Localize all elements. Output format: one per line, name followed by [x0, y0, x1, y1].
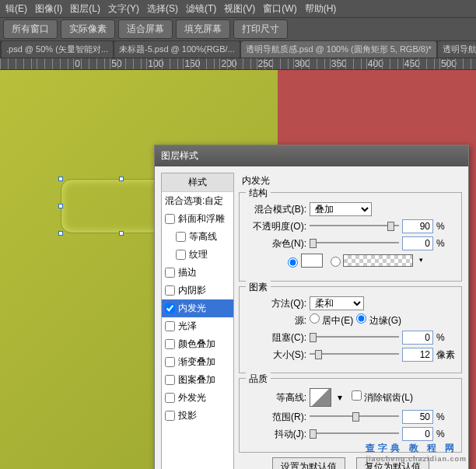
ruler-tick	[37, 58, 73, 69]
choke-slider[interactable]	[310, 332, 399, 343]
ruler-tick: 0	[73, 58, 110, 69]
menu-window[interactable]: 窗口(W)	[259, 2, 300, 16]
bevel-checkbox[interactable]	[165, 214, 175, 224]
range-input[interactable]	[402, 410, 433, 424]
src-edge-wrap[interactable]: 边缘(G)	[356, 313, 401, 327]
style-stroke[interactable]: 描边	[162, 264, 233, 282]
style-drop-shadow[interactable]: 投影	[162, 407, 233, 425]
noise-slider[interactable]	[310, 238, 399, 249]
menu-help[interactable]: 帮助(H)	[301, 2, 341, 16]
opacity-label: 不透明度(O):	[246, 220, 306, 233]
tab-doc-1[interactable]: 未标题-5.psd @ 100%(RGB/...	[114, 41, 240, 58]
opt-fill-screen[interactable]: 填充屏幕	[176, 19, 230, 39]
tab-doc-3[interactable]: 透明导航质...	[438, 41, 476, 58]
transform-handle[interactable]	[58, 231, 63, 236]
opacity-slider[interactable]	[310, 221, 399, 232]
style-outer-glow[interactable]: 外发光	[162, 389, 233, 407]
ruler-tick: 350	[330, 58, 366, 69]
style-contour[interactable]: 等高线	[162, 228, 233, 246]
style-satin[interactable]: 光泽	[162, 317, 233, 335]
style-bevel[interactable]: 斜面和浮雕	[162, 210, 233, 228]
opt-actual-pixels[interactable]: 实际像素	[61, 19, 115, 39]
src-edge-radio[interactable]	[356, 313, 366, 324]
ruler-horizontal: 0 50 100 150 200 250 300 350 400 450 500	[0, 58, 476, 70]
style-list: 样式 混合选项:自定 斜面和浮雕 等高线 纹理 描边 内阴影 内发光 光泽 颜色…	[161, 173, 234, 469]
texture-checkbox[interactable]	[176, 250, 186, 260]
size-label: 大小(S):	[246, 348, 306, 362]
menu-select[interactable]: 选择(S)	[143, 2, 182, 16]
ruler-tick: 450	[403, 58, 439, 69]
gradient-preview[interactable]	[343, 254, 413, 267]
make-default-button[interactable]: 设置为默认值	[272, 457, 345, 469]
opacity-input[interactable]	[402, 219, 433, 233]
pct-unit: %	[436, 221, 455, 232]
tab-doc-2[interactable]: 透明导航质感.psd @ 100% (圆角矩形 5, RGB/8)*	[241, 41, 436, 58]
menu-filter[interactable]: 滤镜(T)	[182, 2, 220, 16]
menu-layer[interactable]: 图层(L)	[66, 2, 104, 16]
transform-handle[interactable]	[119, 231, 124, 236]
inner-glow-checkbox[interactable]	[165, 303, 175, 313]
opt-all-windows[interactable]: 所有窗口	[3, 19, 58, 39]
src-center-wrap[interactable]: 居中(E)	[310, 313, 353, 327]
color-overlay-checkbox[interactable]	[165, 339, 175, 349]
pattern-overlay-checkbox[interactable]	[165, 375, 175, 385]
gradient-radio-wrap[interactable]	[331, 254, 413, 269]
satin-checkbox[interactable]	[165, 321, 175, 331]
blend-mode-select[interactable]: 叠加	[310, 202, 372, 216]
contour-checkbox[interactable]	[176, 232, 186, 242]
transform-handle[interactable]	[58, 204, 63, 208]
choke-input[interactable]	[402, 331, 433, 345]
style-gradient-overlay[interactable]: 渐变叠加	[162, 353, 233, 371]
px-unit: 像素	[436, 348, 455, 362]
noise-input[interactable]	[402, 236, 433, 250]
method-select[interactable]: 柔和	[310, 296, 364, 310]
style-texture[interactable]: 纹理	[162, 246, 233, 264]
range-slider[interactable]	[310, 411, 399, 422]
drop-shadow-checkbox[interactable]	[165, 411, 175, 421]
style-pattern-overlay[interactable]: 图案叠加	[162, 371, 233, 389]
transform-handle[interactable]	[119, 177, 124, 181]
outer-glow-checkbox[interactable]	[165, 393, 175, 403]
ruler-tick: 400	[366, 58, 403, 69]
pct-unit: %	[436, 429, 455, 439]
antialias-wrap[interactable]: 消除锯齿(L)	[352, 390, 413, 404]
style-list-header[interactable]: 样式	[162, 173, 233, 192]
dialog-title[interactable]: 图层样式	[155, 145, 468, 166]
style-color-overlay[interactable]: 颜色叠加	[162, 335, 233, 353]
color-swatch[interactable]	[301, 254, 323, 268]
ruler-tick: 500	[439, 58, 476, 69]
menu-edit[interactable]: 辑(E)	[2, 2, 31, 16]
structure-group: 结构 混合模式(B): 叠加 不透明度(O): % 杂色(N):	[239, 192, 462, 282]
ruler-tick: 50	[110, 58, 146, 69]
tab-doc-0[interactable]: .psd @ 50% (矢量智能对...	[2, 41, 113, 58]
choke-label: 阻塞(C):	[246, 331, 306, 345]
document-tabs: .psd @ 50% (矢量智能对... 未标题-5.psd @ 100%(RG…	[0, 40, 476, 58]
menu-type[interactable]: 文字(Y)	[104, 2, 143, 16]
style-inner-shadow[interactable]: 内阴影	[162, 282, 233, 299]
noise-label: 杂色(N):	[246, 237, 306, 250]
transform-handle[interactable]	[58, 177, 63, 181]
antialias-checkbox[interactable]	[352, 390, 362, 401]
gradient-radio[interactable]	[331, 257, 341, 267]
menu-view[interactable]: 视图(V)	[220, 2, 259, 16]
contour-picker[interactable]	[310, 388, 331, 407]
style-blend-options[interactable]: 混合选项:自定	[162, 192, 233, 210]
elements-legend: 图素	[246, 281, 271, 294]
inner-shadow-checkbox[interactable]	[165, 285, 175, 296]
contour-label: 等高线:	[246, 391, 306, 404]
method-label: 方法(Q):	[246, 297, 306, 310]
src-center-radio[interactable]	[310, 313, 320, 324]
size-slider[interactable]	[310, 349, 399, 360]
jitter-slider[interactable]	[310, 429, 399, 439]
ruler-tick: 250	[257, 58, 293, 69]
opt-print-size[interactable]: 打印尺寸	[233, 19, 288, 39]
stroke-checkbox[interactable]	[165, 268, 175, 278]
color-radio-wrap[interactable]	[288, 254, 322, 270]
watermark-sub: jiaocheng.chazidian.com	[366, 455, 467, 463]
size-input[interactable]	[402, 348, 433, 362]
opt-fit-screen[interactable]: 适合屏幕	[118, 19, 173, 39]
gradient-overlay-checkbox[interactable]	[165, 357, 175, 367]
menu-image[interactable]: 图像(I)	[31, 2, 66, 16]
color-radio[interactable]	[288, 257, 298, 268]
style-inner-glow[interactable]: 内发光	[162, 299, 233, 317]
